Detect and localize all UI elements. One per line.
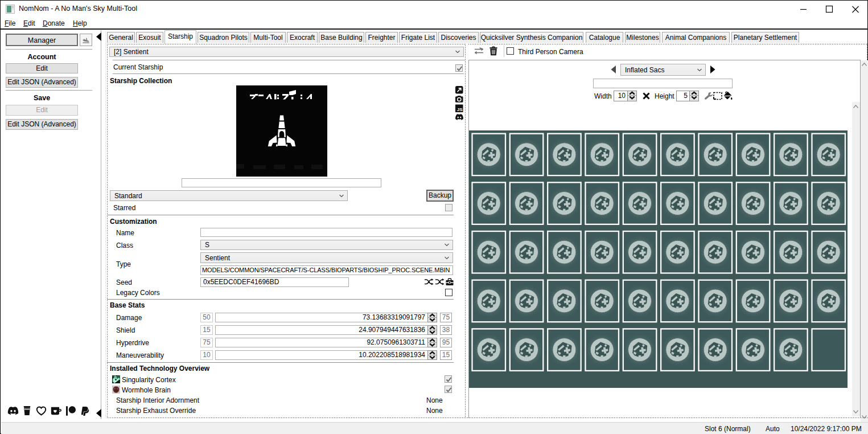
svg-text:JS: JS — [457, 107, 463, 112]
